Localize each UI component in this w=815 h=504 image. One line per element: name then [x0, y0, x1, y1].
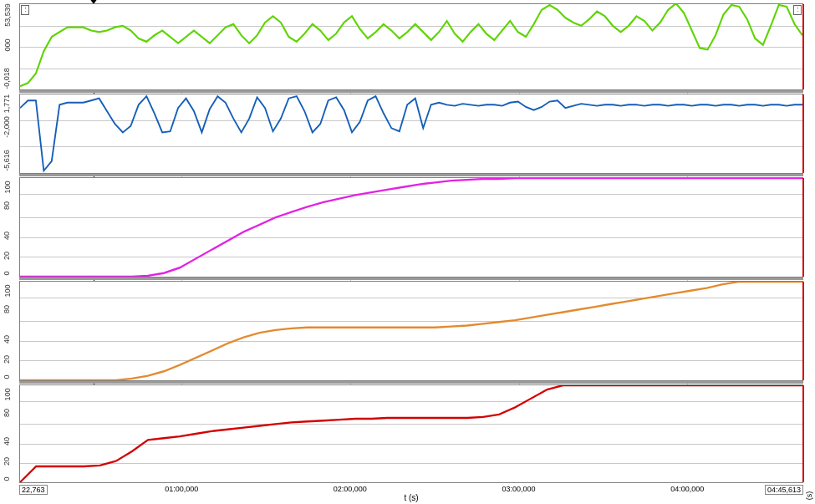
y-axis-1: -0,018 000 53,539 [1, 4, 19, 89]
trace-4-orange [20, 282, 802, 380]
trace-5-red [20, 385, 802, 482]
trace-3-magenta [20, 178, 802, 277]
handle-icon[interactable]: ⋮ [21, 5, 29, 15]
x-axis: 22,763 01:00,000 02:00,000 03:00,000 04:… [19, 485, 803, 503]
x-start-label: 22,763 [19, 485, 48, 495]
x-axis-unit: (s) [805, 491, 813, 501]
panel-3[interactable]: 0 20 40 80 100 [19, 177, 803, 277]
panel-2[interactable]: -5,616 -2,000 1,771 [19, 94, 803, 174]
y-axis-2: -5,616 -2,000 1,771 [1, 94, 19, 173]
x-end-label: 04:45,613 [765, 485, 803, 495]
panel-1[interactable]: ⋮ ⋮ -0,018 000 53,539 [19, 3, 803, 90]
handle-icon[interactable]: ⋮ [793, 5, 802, 15]
y-axis-4: 0 20 40 80 100 [1, 282, 19, 380]
panel-4[interactable]: 0 20 40 80 100 [19, 281, 803, 381]
y-axis-3: 0 20 40 80 100 [1, 178, 19, 277]
x-axis-label: t (s) [404, 493, 418, 502]
y-axis-5: 0 20 40 80 100 [1, 385, 19, 482]
panel-5[interactable]: 0 20 40 80 100 [19, 384, 803, 483]
trace-2-blue [20, 94, 802, 173]
chart-area[interactable]: ⋮ ⋮ -0,018 000 53,539 -5,616 -2,000 1,77… [19, 3, 803, 483]
